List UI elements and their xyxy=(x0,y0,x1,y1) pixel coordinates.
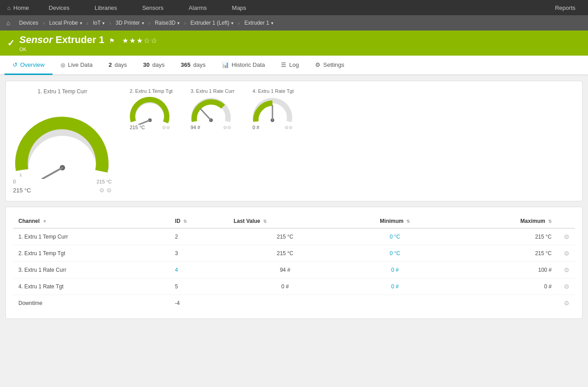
chevron-down-icon: ▾ xyxy=(142,21,144,26)
small-gauge-1: 2. Extru 1 Temp Tgt 215 °C ⚙⚙ xyxy=(130,88,173,130)
cell-gear-4[interactable]: ⚙ xyxy=(557,295,575,312)
cell-channel-4: Downtime xyxy=(13,295,170,312)
col-actions xyxy=(557,214,575,228)
nav-item-alarms[interactable]: Alarms xyxy=(176,0,219,15)
page-title: Extruder 1 xyxy=(56,34,105,45)
tab-30-days-label: days xyxy=(152,61,164,68)
tab-settings[interactable]: ⚙ Settings xyxy=(307,56,352,75)
big-gauge-min: 0 xyxy=(13,179,16,184)
small-gauge-2-svg xyxy=(191,96,231,125)
cell-id-3: 5 xyxy=(170,278,228,295)
cell-last-value-0: 215 °C xyxy=(228,228,342,245)
col-channel[interactable]: Channel ▼ xyxy=(13,214,170,228)
big-gauge: 1. Extru 1 Temp Curr x̄ 0 215 °C xyxy=(13,88,112,194)
cell-gear-0[interactable]: ⚙ xyxy=(557,228,575,245)
col-last-value[interactable]: Last Value ⇅ xyxy=(228,214,342,228)
cell-minimum-4 xyxy=(342,295,448,312)
cell-channel-1: 2. Extru 1 Temp Tgt xyxy=(13,245,170,262)
big-gauge-title: 1. Extru 1 Temp Curr xyxy=(38,88,87,95)
breadcrumb-iot[interactable]: IoT ▾ xyxy=(90,15,107,30)
chevron-down-icon: ▾ xyxy=(177,21,180,26)
cell-minimum-0: 0 °C xyxy=(342,228,448,245)
tab-live-data-label: Live Data xyxy=(68,61,92,68)
cell-maximum-4 xyxy=(448,295,557,312)
top-navigation: ⌂ Home Devices Libraries Sensors Alarms … xyxy=(0,0,588,15)
cell-last-value-1: 215 °C xyxy=(228,245,342,262)
sort-minimum-icon: ⇅ xyxy=(406,219,410,224)
small-gauge-2-value: 94 # xyxy=(191,125,200,130)
small-gauges: 2. Extru 1 Temp Tgt 215 °C ⚙⚙ 3. Extru 1… xyxy=(130,88,294,130)
tab-log[interactable]: ☰ Log xyxy=(273,56,307,75)
home-breadcrumb-icon: ⌂ xyxy=(6,19,10,26)
nav-item-maps[interactable]: Maps xyxy=(219,0,259,15)
nav-item-reports[interactable]: Reports xyxy=(542,0,588,15)
gauge-card: 1. Extru 1 Temp Curr x̄ 0 215 °C xyxy=(5,81,583,201)
cell-maximum-2: 100 # xyxy=(448,262,557,278)
cell-last-value-2: 94 # xyxy=(228,262,342,278)
cell-channel-0: 1. Extru 1 Temp Curr xyxy=(13,228,170,245)
overview-icon: ↺ xyxy=(13,61,18,68)
breadcrumb-extruder1[interactable]: Extruder 1 ▾ xyxy=(241,15,276,30)
breadcrumb-bar: ⌂ Devices › Local Probe ▾ › IoT ▾ › 3D P… xyxy=(0,15,588,30)
big-gauge-gear-icons[interactable]: ⚙ ⚙ xyxy=(99,187,112,194)
svg-line-4 xyxy=(139,120,150,125)
cell-gear-3[interactable]: ⚙ xyxy=(557,278,575,295)
star-rating[interactable]: ★★★☆☆ xyxy=(122,37,158,44)
tab-30-number: 30 xyxy=(143,61,149,68)
small-gauge-3-svg xyxy=(252,96,293,125)
sensor-label: Sensor xyxy=(19,34,53,45)
small-gauge-1-gears[interactable]: ⚙⚙ xyxy=(162,125,170,130)
small-gauge-1-title: 2. Extru 1 Temp Tgt xyxy=(130,88,173,94)
cell-minimum-1: 0 °C xyxy=(342,245,448,262)
cell-id-0: 2 xyxy=(170,228,228,245)
tab-log-label: Log xyxy=(289,61,299,68)
flag-icon: ⚑ xyxy=(109,37,115,44)
table-row: Downtime -4 ⚙ xyxy=(13,295,575,312)
tab-30-days[interactable]: 30 days xyxy=(135,56,173,75)
small-gauge-3-gears[interactable]: ⚙⚙ xyxy=(285,125,293,130)
radio-icon: ◎ xyxy=(61,62,65,68)
data-table: Channel ▼ ID ⇅ Last Value ⇅ Minimum ⇅ xyxy=(13,214,575,311)
header-banner: ✓ Sensor Extruder 1 ⚑ ★★★☆☆ OK xyxy=(0,30,588,56)
nav-item-libraries[interactable]: Libraries xyxy=(82,0,130,15)
col-id[interactable]: ID ⇅ xyxy=(170,214,228,228)
col-maximum[interactable]: Maximum ⇅ xyxy=(448,214,557,228)
cell-maximum-1: 215 °C xyxy=(448,245,557,262)
breadcrumb-3d-printer[interactable]: 3D Printer ▾ xyxy=(113,15,147,30)
svg-line-1 xyxy=(42,168,62,179)
table-row: 2. Extru 1 Temp Tgt 3 215 °C 0 °C 215 °C… xyxy=(13,245,575,262)
cell-gear-2[interactable]: ⚙ xyxy=(557,262,575,278)
cell-last-value-3: 0 # xyxy=(228,278,342,295)
cell-gear-1[interactable]: ⚙ xyxy=(557,245,575,262)
tab-historic-data-label: Historic Data xyxy=(232,61,265,68)
breadcrumb-raise3d[interactable]: Raise3D ▾ xyxy=(152,15,182,30)
table-row: 4. Extru 1 Rate Tgt 5 0 # 0 # 0 # ⚙ xyxy=(13,278,575,295)
small-gauge-1-svg xyxy=(130,96,170,125)
big-gauge-minmax: 0 215 °C xyxy=(13,179,112,184)
breadcrumb-extruder1-left[interactable]: Extruder 1 (Left) ▾ xyxy=(188,15,236,30)
col-minimum[interactable]: Minimum ⇅ xyxy=(342,214,448,228)
cell-channel-2: 3. Extru 1 Rate Curr xyxy=(13,262,170,278)
tab-2-days[interactable]: 2 days xyxy=(101,56,135,75)
home-label: Home xyxy=(13,4,29,11)
small-gauge-1-value: 215 °C xyxy=(130,125,145,130)
status-ok-label: OK xyxy=(19,47,158,52)
tab-365-days[interactable]: 365 days xyxy=(173,56,214,75)
small-gauge-2: 3. Extru 1 Rate Curr 94 # ⚙⚙ xyxy=(191,88,235,130)
data-table-card: Channel ▼ ID ⇅ Last Value ⇅ Minimum ⇅ xyxy=(5,207,583,319)
tab-365-days-label: days xyxy=(193,61,205,68)
tab-historic-data[interactable]: 📊 Historic Data xyxy=(214,56,273,75)
tab-overview[interactable]: ↺ Overview xyxy=(4,56,53,75)
nav-item-sensors[interactable]: Sensors xyxy=(130,0,176,15)
breadcrumb-devices[interactable]: Devices xyxy=(16,15,41,30)
tab-2-number: 2 xyxy=(109,61,112,68)
sort-lastvalue-icon: ⇅ xyxy=(263,219,267,224)
small-gauge-2-gears[interactable]: ⚙⚙ xyxy=(223,125,231,130)
breadcrumb-home[interactable]: ⌂ xyxy=(4,15,13,30)
main-content: 1. Extru 1 Temp Curr x̄ 0 215 °C xyxy=(0,75,588,324)
nav-item-devices[interactable]: Devices xyxy=(36,0,82,15)
cell-minimum-2: 0 # xyxy=(342,262,448,278)
breadcrumb-local-probe[interactable]: Local Probe ▾ xyxy=(47,15,85,30)
tab-live-data[interactable]: ◎ Live Data xyxy=(53,56,101,75)
home-nav-item[interactable]: ⌂ Home xyxy=(0,0,36,15)
